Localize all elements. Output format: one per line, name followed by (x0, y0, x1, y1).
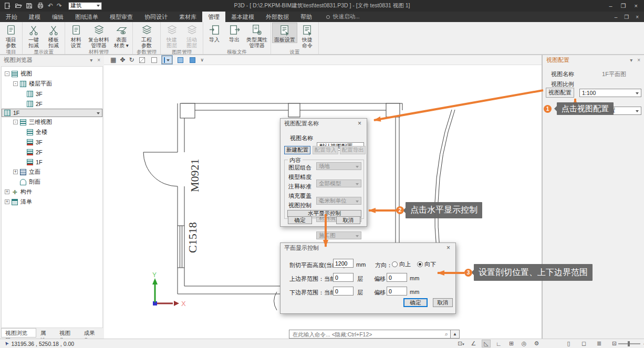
upper-bound-input[interactable] (333, 273, 354, 282)
type-property-manager-button[interactable]: 类型属性 管理器 (245, 23, 269, 48)
redo-icon[interactable]: ↷ (57, 2, 62, 9)
composite-material-manager-button[interactable]: 复合材料 管理器 (87, 23, 111, 48)
tree-item-plan-3f[interactable]: 3F (2, 89, 102, 99)
cut-height-input[interactable] (333, 259, 354, 268)
tree-item-3d-2f[interactable]: 2F (2, 147, 102, 157)
tab-external-data[interactable]: 外部数据 (260, 12, 295, 22)
command-input[interactable] (289, 330, 451, 339)
pan-icon[interactable]: ✥ (120, 56, 125, 64)
doc-minimize-button[interactable]: – (615, 14, 618, 20)
quick-launch[interactable]: 快速启动... (326, 12, 360, 22)
zoom-slider-thumb[interactable] (628, 341, 630, 346)
tree-item-components[interactable]: +✚构件 (2, 187, 102, 197)
new-sheet-icon[interactable]: ▯ (565, 340, 573, 347)
orbit-icon[interactable]: ↻ (129, 56, 134, 64)
panel-collapse-icon[interactable]: ▾ (90, 57, 92, 63)
close-icon[interactable]: × (356, 120, 363, 127)
ortho-snap-icon[interactable]: ◺ (482, 340, 490, 347)
view-realistic-icon[interactable] (188, 56, 196, 64)
upper-offset-input[interactable] (387, 273, 407, 282)
tab-modeling[interactable]: 建模 (23, 12, 46, 22)
tab-material-library[interactable]: 素材库 (173, 12, 202, 22)
viewport-icon[interactable]: ◻ (580, 340, 588, 347)
direction-down-radio[interactable]: 向下 (417, 260, 436, 268)
tree-item-3d-3f[interactable]: 3F (2, 137, 102, 147)
cancel-button[interactable]: 取消 (336, 216, 360, 224)
direction-up-radio[interactable]: 向上 (392, 260, 411, 268)
restore-button[interactable]: ❐ (621, 3, 626, 9)
panel-settings-button[interactable]: 面板设置 (273, 23, 297, 43)
panel-tab-properties[interactable]: 属性 (36, 328, 55, 338)
zoom-out-icon[interactable]: − (612, 341, 616, 347)
tab-model-review[interactable]: 模型审查 (104, 12, 139, 22)
ok-button[interactable]: 确定 (403, 298, 428, 307)
zoom-slider[interactable] (618, 343, 640, 344)
minimize-button[interactable]: – (609, 3, 612, 9)
close-button[interactable]: × (635, 3, 638, 9)
angle-snap-icon[interactable]: ∠ (470, 340, 477, 347)
tab-start[interactable]: 开始 (0, 12, 23, 22)
view-scale-select[interactable]: 1:100 (579, 89, 641, 97)
view-config-select[interactable]: 默认视图配置 (579, 107, 641, 115)
right-angle-icon[interactable]: ∟ (495, 341, 503, 347)
view-config-label[interactable]: 视图配置 (546, 88, 574, 98)
doc-restore-button[interactable]: ❐ (624, 14, 629, 20)
new-config-button[interactable]: 新建配置 (284, 146, 310, 154)
ucs-icon[interactable]: ⊡▾ (457, 340, 465, 347)
tab-drawing-list[interactable]: 图纸清单 (69, 12, 104, 22)
command-history-button[interactable]: ▲ (451, 330, 460, 339)
zoom-extents-icon[interactable]: ▦ (110, 56, 116, 64)
material-settings-button[interactable]: 材料 设置 (67, 23, 86, 48)
ok-button[interactable]: 确定 (288, 216, 312, 224)
panel-tab-view-sets[interactable]: 视图集 (55, 328, 79, 338)
panel-collapse-icon[interactable]: ▾ (630, 57, 632, 63)
undo-icon[interactable]: ↶ (48, 2, 53, 9)
tree-item-schedules[interactable]: +清单 (2, 197, 102, 207)
tree-item-3d-views[interactable]: -三维视图 (2, 117, 102, 127)
tree-item-3d-whole[interactable]: 全楼 (2, 127, 102, 137)
cancel-button[interactable]: 取消 (433, 298, 453, 307)
tree-item-plan-1f[interactable]: 1F (2, 109, 102, 117)
tree-item-3d-1f[interactable]: 1F (2, 157, 102, 167)
doc-close-button[interactable]: × (636, 14, 639, 20)
print-icon[interactable] (37, 2, 44, 9)
panel-close-icon[interactable]: × (637, 57, 640, 63)
tab-edit[interactable]: 编辑 (46, 12, 69, 22)
object-snap-icon[interactable]: ◎ (520, 340, 528, 347)
one-key-deduct-button[interactable]: 一键 扣减 (24, 23, 43, 48)
view-wireframe-icon[interactable] (138, 56, 146, 64)
panel-close-icon[interactable]: × (97, 57, 100, 63)
view-hidden-line-icon[interactable] (150, 56, 158, 64)
tree-item-elevations[interactable]: +立面 (2, 167, 102, 177)
save-icon[interactable] (26, 2, 33, 9)
tree-item-views[interactable]: -视图 (2, 69, 102, 79)
close-icon[interactable]: × (445, 244, 452, 251)
radio-checked-icon[interactable] (417, 261, 423, 267)
panel-tab-view-browser[interactable]: 视图浏览器 (1, 328, 36, 338)
tab-collaboration[interactable]: 协同设计 (139, 12, 173, 22)
tree-item-plan-2f[interactable]: 2F (2, 99, 102, 109)
layer-stack-icon[interactable]: ≣ (595, 340, 603, 347)
tab-basic-modeling[interactable]: 基本建模 (225, 12, 260, 22)
lower-offset-input[interactable] (387, 287, 407, 296)
view-shaded-icon[interactable] (162, 56, 172, 64)
radio-icon[interactable] (392, 261, 398, 267)
shortcut-command-button[interactable]: 快捷 命令 (298, 23, 317, 48)
slab-deduct-button[interactable]: 楼板 扣减 (44, 23, 63, 48)
lower-bound-input[interactable] (333, 287, 354, 296)
open-icon[interactable] (15, 2, 22, 9)
panel-tab-results[interactable]: 成果集 (80, 328, 104, 338)
import-button[interactable]: 导入 (205, 23, 224, 43)
engineering-parameters-button[interactable]: 工程 参数 (137, 23, 156, 48)
new-file-icon[interactable] (4, 2, 11, 9)
export-button[interactable]: 导出 (225, 23, 244, 43)
more-views-icon[interactable]: ∨ (200, 57, 204, 62)
surface-material-button[interactable]: 表面 材质 ▾ (112, 23, 131, 48)
tab-help[interactable]: 帮助 (295, 12, 318, 22)
tree-item-floor-plans[interactable]: -楼层平面 (2, 79, 102, 89)
view-shaded-edges-icon[interactable] (176, 56, 184, 64)
gear-icon[interactable]: ⚙ (533, 340, 541, 347)
tree-item-sections[interactable]: 剖面 (2, 177, 102, 187)
tab-manage[interactable]: 管理 (202, 12, 225, 22)
grid-icon[interactable]: ⊞ (507, 340, 515, 347)
